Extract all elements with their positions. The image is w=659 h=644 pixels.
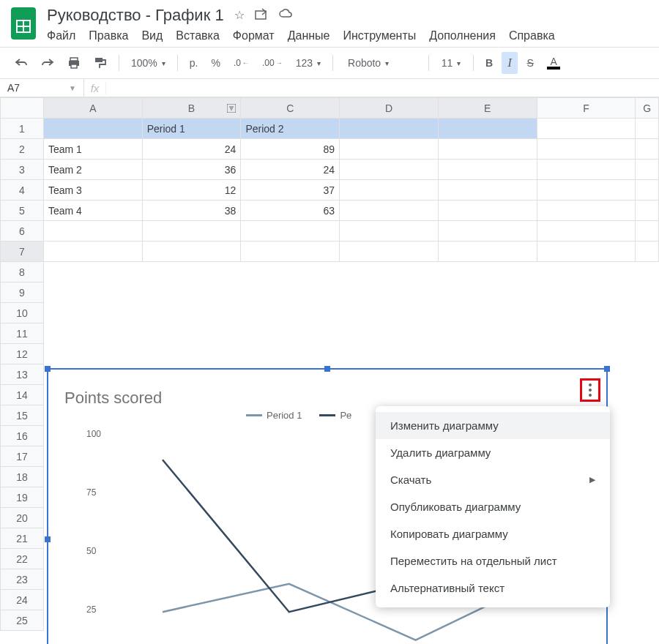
name-box[interactable]: A7▼: [0, 79, 84, 97]
doc-title[interactable]: Руководство - График 1: [47, 6, 224, 25]
row-header[interactable]: 11: [1, 323, 44, 344]
cell[interactable]: 38: [142, 201, 241, 221]
menu-edit[interactable]: Правка: [89, 29, 128, 42]
cell[interactable]: [636, 201, 659, 221]
context-menu-item[interactable]: Изменить диаграмму: [376, 412, 610, 439]
paint-format-button[interactable]: [89, 53, 111, 72]
chart-object[interactable]: Points scored Period 1 Pe 0255075100 Tea…: [47, 368, 608, 644]
menu-insert[interactable]: Вставка: [176, 29, 219, 42]
context-menu-item[interactable]: Удалить диаграмму: [376, 439, 610, 466]
row-header[interactable]: 25: [1, 610, 44, 631]
cell[interactable]: Period 2: [241, 119, 340, 139]
cloud-icon[interactable]: [278, 8, 293, 23]
cell[interactable]: 12: [142, 180, 241, 201]
col-header-A[interactable]: A: [43, 98, 142, 119]
cell[interactable]: [438, 139, 537, 160]
row-header[interactable]: 14: [1, 385, 44, 405]
cell[interactable]: [636, 242, 659, 262]
row-header[interactable]: 23: [1, 569, 44, 590]
row-header[interactable]: 13: [1, 364, 44, 385]
undo-button[interactable]: [10, 54, 32, 72]
resize-handle[interactable]: [45, 366, 51, 372]
row-header[interactable]: 18: [1, 467, 44, 487]
context-menu-item[interactable]: Скачать▶: [376, 466, 610, 493]
cell[interactable]: 36: [142, 160, 241, 180]
redo-button[interactable]: [37, 54, 59, 72]
move-icon[interactable]: [255, 8, 268, 23]
print-button[interactable]: [63, 53, 85, 72]
cell[interactable]: [636, 139, 659, 160]
row-header[interactable]: 4: [1, 180, 44, 201]
cell[interactable]: Team 3: [43, 180, 142, 201]
cell[interactable]: [537, 160, 636, 180]
cell[interactable]: [340, 119, 439, 139]
menu-file[interactable]: Файл: [47, 29, 75, 42]
cell[interactable]: [438, 160, 537, 180]
cell[interactable]: Team 4: [43, 201, 142, 221]
menu-tools[interactable]: Инструменты: [343, 29, 416, 42]
cell[interactable]: [537, 242, 636, 262]
cell[interactable]: Period 1: [142, 119, 241, 139]
italic-button[interactable]: I: [502, 52, 518, 74]
percent-button[interactable]: %: [207, 53, 225, 72]
dec-more-button[interactable]: .00→: [258, 54, 287, 72]
row-header[interactable]: 22: [1, 549, 44, 569]
cell[interactable]: [340, 221, 439, 242]
resize-handle[interactable]: [324, 366, 330, 372]
cell[interactable]: Team 1: [43, 139, 142, 160]
cell[interactable]: [636, 119, 659, 139]
col-header-G[interactable]: G: [636, 98, 659, 119]
dec-less-button[interactable]: .0←: [229, 54, 253, 72]
row-header[interactable]: 5: [1, 201, 44, 221]
cell[interactable]: Team 2: [43, 160, 142, 180]
row-header[interactable]: 9: [1, 282, 44, 303]
cell[interactable]: [636, 180, 659, 201]
bold-button[interactable]: B: [481, 53, 497, 72]
cell[interactable]: [340, 201, 439, 221]
context-menu-item[interactable]: Опубликовать диаграмму: [376, 493, 610, 520]
cell[interactable]: [537, 119, 636, 139]
menu-data[interactable]: Данные: [288, 29, 330, 42]
cell[interactable]: 24: [241, 160, 340, 180]
strike-button[interactable]: S: [522, 53, 538, 72]
cell[interactable]: [340, 180, 439, 201]
col-header-D[interactable]: D: [340, 98, 439, 119]
zoom-dropdown[interactable]: 100%: [127, 53, 170, 72]
cell[interactable]: [43, 242, 142, 262]
row-header[interactable]: 21: [1, 528, 44, 549]
cell[interactable]: [537, 221, 636, 242]
cell[interactable]: [537, 139, 636, 160]
menu-format[interactable]: Формат: [233, 29, 275, 42]
row-header[interactable]: 12: [1, 344, 44, 364]
context-menu-item[interactable]: Альтернативный текст: [376, 574, 610, 602]
cell[interactable]: [340, 242, 439, 262]
cell[interactable]: [241, 242, 340, 262]
cell[interactable]: [241, 221, 340, 242]
cell[interactable]: [636, 221, 659, 242]
number-format-dropdown[interactable]: 123: [291, 53, 325, 72]
cell[interactable]: [142, 242, 241, 262]
cell[interactable]: [340, 139, 439, 160]
col-header-C[interactable]: C: [241, 98, 340, 119]
font-size-dropdown[interactable]: 11: [436, 53, 466, 72]
cell[interactable]: [438, 180, 537, 201]
row-header[interactable]: 6: [1, 221, 44, 242]
cell[interactable]: [438, 119, 537, 139]
cell[interactable]: [340, 160, 439, 180]
row-header[interactable]: 20: [1, 508, 44, 528]
font-dropdown[interactable]: Roboto: [340, 53, 421, 72]
menu-help[interactable]: Справка: [509, 29, 555, 42]
row-header[interactable]: 3: [1, 160, 44, 180]
cell[interactable]: 63: [241, 201, 340, 221]
cell[interactable]: [537, 201, 636, 221]
text-color-button[interactable]: A: [543, 53, 565, 73]
cell[interactable]: [142, 221, 241, 242]
row-header[interactable]: 17: [1, 446, 44, 467]
cell[interactable]: [438, 242, 537, 262]
row-header[interactable]: 10: [1, 303, 44, 323]
cell[interactable]: 37: [241, 180, 340, 201]
menu-addons[interactable]: Дополнения: [429, 29, 496, 42]
row-header[interactable]: 1: [1, 119, 44, 139]
cell[interactable]: [636, 160, 659, 180]
row-header[interactable]: 7: [1, 242, 44, 262]
